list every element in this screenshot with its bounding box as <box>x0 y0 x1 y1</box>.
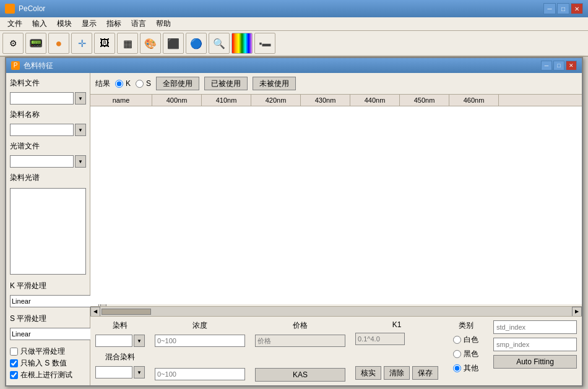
settings-icon[interactable]: ⚙ <box>2 33 24 54</box>
close-button[interactable]: ✕ <box>571 3 583 14</box>
smp-index-input[interactable] <box>493 338 577 351</box>
radio-s-input[interactable] <box>136 80 144 88</box>
scroll-thumb[interactable] <box>102 309 151 315</box>
dialog-title: P 色料特征 ─ □ ✕ <box>6 58 582 73</box>
radio-k-input[interactable] <box>115 80 123 88</box>
category-black-label: 黑色 <box>464 349 478 359</box>
checkbox-s-values[interactable]: 只输入 S 数值 <box>10 358 86 369</box>
k-smooth-input[interactable] <box>10 295 99 307</box>
menu-display[interactable]: 显示 <box>77 17 102 30</box>
dialog-minimize-button[interactable]: ─ <box>541 61 552 71</box>
price-input[interactable] <box>255 335 345 347</box>
dye-select-dropdown[interactable]: ▼ <box>134 335 145 347</box>
index-col: Auto Fitting <box>493 320 577 382</box>
radio-k[interactable]: K <box>115 79 131 88</box>
menu-language[interactable]: 语言 <box>126 17 151 30</box>
scroll-left-arrow[interactable]: ◀ <box>90 307 100 317</box>
dialog-close-button[interactable]: ✕ <box>566 61 577 71</box>
clear-button[interactable]: 清除 <box>384 366 410 380</box>
mixed-dye-input[interactable] <box>95 366 132 378</box>
remote-icon[interactable]: 📟 <box>25 33 46 54</box>
dye-col-label: 染料 <box>95 320 145 331</box>
checkbox-smooth-only[interactable]: 只做平滑处理 <box>10 346 86 357</box>
menu-help[interactable]: 帮助 <box>151 17 176 30</box>
scroll-track[interactable] <box>102 309 571 315</box>
filter-icon[interactable]: ⬛ <box>163 33 184 54</box>
all-used-button[interactable]: 全部使用 <box>156 77 199 90</box>
horizontal-scrollbar[interactable]: ◀ ▶ <box>90 306 582 316</box>
dialog: P 色料特征 ─ □ ✕ 染料文件 ▼ 染料名称 ▼ <box>5 57 583 387</box>
radio-k-label: K <box>126 79 131 88</box>
table-area: name 400nm 410nm 420nm 430nm 440nm 450nm… <box>90 95 582 306</box>
dialog-content: 染料文件 ▼ 染料名称 ▼ 光谱文件 ▼ 染料光谱 K 平滑处理 <box>6 73 582 385</box>
k1-input[interactable] <box>355 333 405 345</box>
category-other[interactable]: 其他 <box>453 363 478 374</box>
minimize-button[interactable]: ─ <box>543 3 556 14</box>
mixed-dye-dropdown[interactable]: ▼ <box>134 366 145 378</box>
price-col: 价格 KAS <box>255 320 345 382</box>
kas-button[interactable]: KAS <box>255 368 345 382</box>
dialog-title-text: 色料特征 <box>24 61 53 71</box>
checkbox-smooth-only-label: 只做平滑处理 <box>20 346 65 357</box>
conc-input[interactable] <box>155 335 245 347</box>
circle-orange-icon[interactable]: ● <box>48 33 69 54</box>
save-button[interactable]: 保存 <box>412 366 438 380</box>
s-smooth-input[interactable] <box>10 328 99 340</box>
target-icon[interactable]: ✛ <box>71 33 92 54</box>
image-edit-icon[interactable]: 🖼 <box>94 33 115 54</box>
category-title: 类别 <box>453 320 478 331</box>
unused-button[interactable]: 未被使用 <box>253 77 296 90</box>
bottom-buttons: 核实 清除 保存 <box>355 366 438 380</box>
auto-fitting-button[interactable]: Auto Fitting <box>493 355 577 369</box>
table-body <box>90 106 582 304</box>
category-black-radio[interactable] <box>453 350 461 358</box>
k1-col-label: K1 <box>355 320 438 329</box>
menu-input[interactable]: 输入 <box>27 17 52 30</box>
dye-file-dropdown-btn[interactable]: ▼ <box>75 92 86 105</box>
checkboxes-area: 只做平滑处理 只输入 S 数值 在根上进行测试 <box>10 346 86 380</box>
checkbox-root-test[interactable]: 在根上进行测试 <box>10 370 86 380</box>
category-white-label: 白色 <box>464 335 478 345</box>
spectrum-file-input[interactable] <box>10 155 74 168</box>
grid-icon[interactable]: ▦ <box>117 33 138 54</box>
th-450: 450nm <box>400 95 449 106</box>
radio-s[interactable]: S <box>136 79 151 88</box>
conc-col-label: 浓度 <box>155 320 245 331</box>
checkbox-s-values-input[interactable] <box>10 359 18 367</box>
search-icon[interactable]: 🔍 <box>209 33 230 54</box>
menu-file[interactable]: 文件 <box>2 17 27 30</box>
dye-name-input[interactable] <box>10 124 74 136</box>
palette-icon[interactable]: 🎨 <box>140 33 161 54</box>
category-white[interactable]: 白色 <box>453 335 478 345</box>
menu-index[interactable]: 指标 <box>102 17 126 30</box>
spectrum-file-dropdown-btn[interactable]: ▼ <box>75 155 86 168</box>
used-button[interactable]: 已被使用 <box>204 77 248 90</box>
checkbox-smooth-only-input[interactable] <box>10 348 18 356</box>
app-title: PeColor <box>19 4 45 13</box>
category-white-radio[interactable] <box>453 336 461 344</box>
app-icon <box>5 4 15 14</box>
checkbox-root-test-input[interactable] <box>10 371 18 379</box>
mixed-dye-row: ▼ <box>95 366 145 378</box>
mixed-dye-label: 混合染料 <box>95 352 145 362</box>
maximize-button[interactable]: □ <box>557 3 569 14</box>
dye-name-dropdown-btn[interactable]: ▼ <box>75 124 86 136</box>
spectrum-bar-icon[interactable] <box>231 33 253 54</box>
s-smooth-row: ▼ <box>10 328 86 340</box>
category-black[interactable]: 黑色 <box>453 349 478 359</box>
toolbar: ⚙ 📟 ● ✛ 🖼 ▦ 🎨 ⬛ 🔵 🔍 ▪▬ <box>0 31 588 57</box>
std-index-input[interactable] <box>493 320 577 334</box>
dialog-maximize-button[interactable]: □ <box>553 61 564 71</box>
dye-select-input[interactable] <box>95 335 132 347</box>
s-smooth-label: S 平滑处理 <box>10 314 86 324</box>
verify-button[interactable]: 核实 <box>355 366 381 380</box>
mixed-conc-input[interactable] <box>155 368 245 380</box>
category-other-radio[interactable] <box>453 364 461 372</box>
spectrum-file-row: ▼ <box>10 155 86 168</box>
th-440: 440nm <box>350 95 400 106</box>
chart-icon[interactable]: ▪▬ <box>254 33 275 54</box>
menu-module[interactable]: 模块 <box>52 17 77 30</box>
scroll-right-arrow[interactable]: ▶ <box>572 307 582 317</box>
color-wheel-icon[interactable]: 🔵 <box>186 33 207 54</box>
dye-file-input[interactable] <box>10 92 74 105</box>
